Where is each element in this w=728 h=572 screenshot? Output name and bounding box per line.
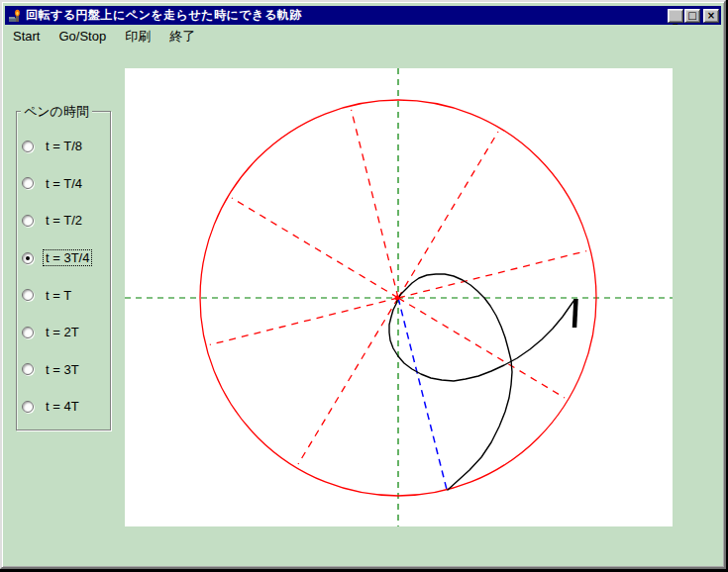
menu-item-start[interactable]: Start [7,28,46,45]
spoke-239deg [298,298,398,464]
radio-label: t = 3T/4 [43,249,92,266]
pen-time-group-label: ペンの時間 [21,103,92,121]
radio-label: t = 3T [43,361,82,378]
minimize-button[interactable]: _ [668,9,683,23]
spoke-104deg [352,110,398,298]
radio-label: t = T/4 [43,175,85,192]
radio-label: t = 2T [43,324,82,340]
trace-arm-a [398,274,512,490]
center-dot [395,296,400,301]
radio-button[interactable] [22,289,34,301]
pen-time-option-1[interactable]: t = T/8 [22,128,109,165]
app-window: 回転する円盤上にペンを走らせた時にできる軌跡 _ □ × StartGo/Sto… [0,0,726,569]
menu-bar: StartGo/Stop印刷終了 [5,26,721,47]
app-torch-icon [8,9,22,23]
menu-item-go-stop[interactable]: Go/Stop [52,28,112,45]
pen-mark [574,299,576,328]
radio-button[interactable] [22,401,34,413]
radio-button[interactable] [22,177,34,189]
radio-button[interactable] [22,363,34,375]
close-button[interactable]: × [703,9,719,23]
spoke-194deg [210,298,398,344]
radio-label: t = T [43,287,74,304]
radio-button[interactable] [22,141,34,152]
spoke-14deg [398,251,586,298]
pen-time-option-8[interactable]: t = 4T [22,388,109,426]
pen-time-option-2[interactable]: t = T/4 [22,165,109,203]
pen-time-option-4[interactable]: t = 3T/4 [22,239,109,277]
radio-label: t = 4T [43,398,82,415]
pen-time-option-6[interactable]: t = 2T [22,314,109,351]
current-radius-line [398,298,447,489]
radio-label: t = T/8 [43,138,85,154]
pen-time-option-3[interactable]: t = T/2 [22,202,109,239]
titlebar-buttons: _ □ × [667,9,719,23]
radio-list: t = T/8t = T/4t = T/2t = 3T/4t = Tt = 2T… [22,128,109,426]
radio-label: t = T/2 [43,212,85,229]
radio-button[interactable] [22,252,34,264]
trace-arm-b [389,298,574,381]
plot-canvas [125,68,673,526]
menu-item-exit[interactable]: 終了 [163,27,201,47]
screen: 回転する円盤上にペンを走らせた時にできる軌跡 _ □ × StartGo/Sto… [0,0,728,572]
maximize-button[interactable]: □ [684,9,700,23]
title-bar[interactable]: 回転する円盤上にペンを走らせた時にできる軌跡 _ □ × [5,6,721,25]
menu-item-print[interactable]: 印刷 [119,27,156,47]
window-title: 回転する円盤上にペンを走らせた時にできる軌跡 [26,6,302,25]
radio-button[interactable] [22,215,34,227]
spoke-59deg [398,132,498,298]
radio-button[interactable] [22,327,34,338]
spoke-149deg [232,198,398,298]
spoke-329deg [398,298,565,398]
pen-time-option-7[interactable]: t = 3T [22,351,109,389]
plot-svg [125,68,673,526]
pen-time-option-5[interactable]: t = T [22,276,109,314]
